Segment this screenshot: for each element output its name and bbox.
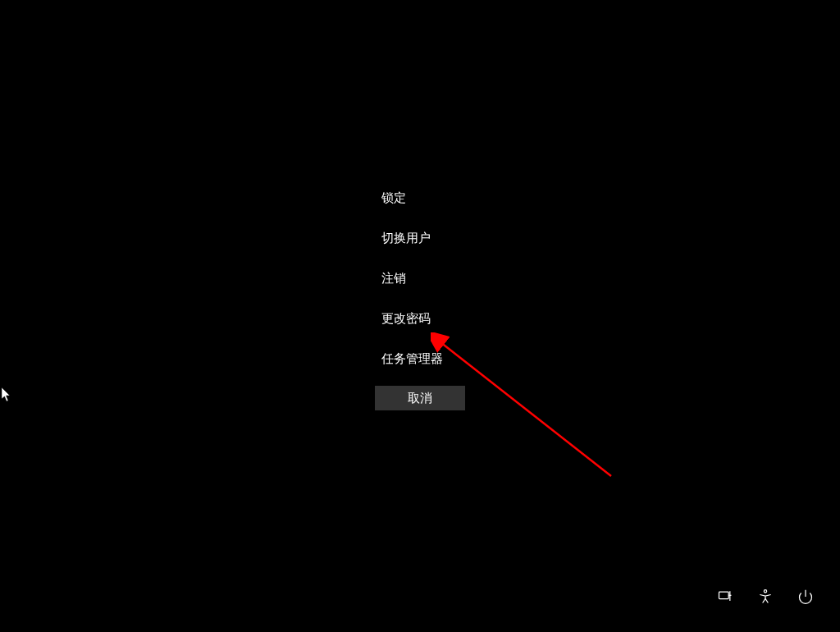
- accessibility-icon: [757, 588, 774, 607]
- power-button[interactable]: [796, 588, 815, 607]
- change-password-option[interactable]: 更改密码: [375, 301, 450, 337]
- svg-point-3: [764, 589, 766, 592]
- network-button[interactable]: [715, 588, 735, 607]
- annotation-arrow: [431, 332, 628, 488]
- bottom-toolbar: [715, 588, 815, 607]
- task-manager-option[interactable]: 任务管理器: [375, 341, 450, 377]
- svg-line-7: [441, 342, 611, 476]
- sign-out-option[interactable]: 注销: [375, 261, 450, 296]
- security-options-menu: 锁定 切换用户 注销 更改密码 任务管理器: [375, 181, 450, 382]
- lock-option[interactable]: 锁定: [375, 181, 450, 216]
- mouse-cursor: [2, 387, 11, 402]
- accessibility-button[interactable]: [756, 588, 775, 607]
- power-icon: [797, 588, 814, 607]
- svg-rect-0: [719, 592, 729, 598]
- cancel-button[interactable]: 取消: [375, 386, 465, 410]
- network-icon: [717, 588, 733, 607]
- switch-user-option[interactable]: 切换用户: [375, 221, 450, 256]
